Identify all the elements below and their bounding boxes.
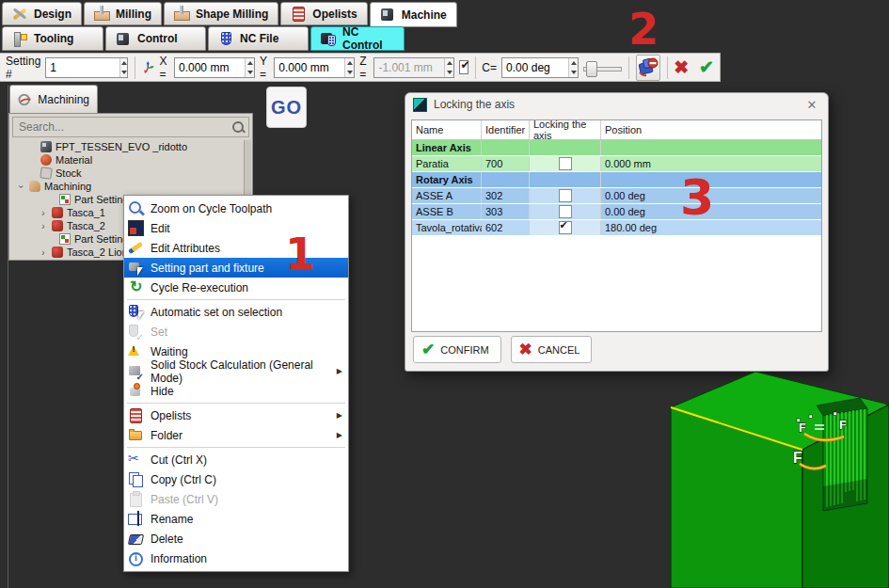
confirm-button[interactable]: ✔CONFIRM	[413, 336, 501, 363]
folder-icon	[128, 427, 144, 443]
tab-control[interactable]: Control	[105, 26, 206, 51]
table-row-asse-b[interactable]: ASSE B 303 0.00 deg	[412, 204, 821, 220]
tab-machining-panel[interactable]: Machining	[9, 85, 98, 114]
table-row-paratia[interactable]: Paratia 700 0.000 mm	[412, 156, 821, 172]
cell-name: ASSE B	[412, 204, 482, 219]
table-row-linear-axis[interactable]: Linear Axis	[412, 140, 821, 156]
info-icon	[128, 550, 144, 566]
lock-checkbox[interactable]	[559, 221, 572, 234]
toolbar-separator	[475, 56, 476, 79]
viewport-3d[interactable]: F F F	[659, 372, 889, 588]
menu-item-copy[interactable]: Copy (Ctrl C)	[124, 469, 348, 489]
setting-number-input[interactable]	[46, 58, 119, 77]
z-lock-checkbox[interactable]	[459, 60, 468, 74]
frame-label-f: F	[799, 421, 806, 435]
lock-checkbox[interactable]	[559, 205, 572, 218]
machining-icon	[29, 181, 40, 192]
z-input[interactable]	[374, 58, 444, 77]
cell-identifier: 302	[482, 188, 530, 203]
frame-label-f: F	[839, 418, 847, 432]
tab-design[interactable]: Design	[2, 2, 82, 25]
machine-icon	[380, 7, 396, 23]
toolbar-cancel-icon[interactable]: ✖	[674, 58, 689, 76]
axis-origin-icon[interactable]	[142, 56, 155, 78]
menu-item-automatic-set-on-selection[interactable]: Automatic set on selection	[124, 302, 348, 322]
tab-nc-control[interactable]: NC Control	[310, 26, 405, 51]
tree-item-project[interactable]: FPT_TESSEN_EVO _ridotto	[10, 140, 245, 153]
tree-item-material[interactable]: Material	[10, 153, 245, 167]
spinner[interactable]	[444, 58, 453, 77]
machining-tab-icon	[18, 92, 32, 107]
annotation-step-2: 2	[628, 8, 659, 51]
spinner-up-button[interactable]	[569, 58, 578, 68]
spinner-down-button[interactable]	[345, 68, 354, 77]
cell-position	[601, 140, 821, 155]
lock-axis-button[interactable]	[636, 55, 660, 81]
tree-item-stock[interactable]: Stock	[10, 167, 245, 180]
tab-nc-file[interactable]: NC File	[208, 26, 309, 51]
table-row-asse-a[interactable]: ASSE A 302 0.00 deg	[412, 188, 821, 204]
chevron-right-icon[interactable]: ›	[39, 247, 48, 258]
spinner[interactable]	[119, 58, 127, 77]
column-header-locking[interactable]: Locking the axis	[530, 120, 601, 139]
menu-item-set[interactable]: Set	[124, 322, 348, 342]
close-icon[interactable]: ✕	[803, 98, 820, 112]
c-input[interactable]	[502, 58, 568, 77]
spinner-up-button[interactable]	[120, 58, 127, 68]
chevron-down-icon[interactable]: ›	[16, 182, 26, 191]
tab-opelists[interactable]: Opelists	[280, 2, 367, 25]
menu-item-paste[interactable]: Paste (Ctrl V)	[124, 489, 348, 509]
menu-item-cycle-re-execution[interactable]: Cycle Re-execution	[124, 278, 348, 297]
column-header-position[interactable]: Position	[601, 120, 821, 139]
solid-stock-icon	[128, 363, 144, 379]
cancel-button[interactable]: ✖CANCEL	[511, 336, 593, 363]
table-row-rotary-axis[interactable]: Rotary Axis	[412, 172, 821, 188]
y-input[interactable]	[275, 58, 344, 77]
spinner-up-button[interactable]	[246, 58, 254, 68]
y-field	[274, 57, 355, 78]
lock-axis-icon	[637, 57, 659, 78]
shield-check-icon	[128, 324, 144, 340]
spinner[interactable]	[245, 58, 254, 77]
spinner-down-button[interactable]	[120, 68, 127, 77]
lock-checkbox[interactable]	[559, 189, 572, 202]
spinner[interactable]	[568, 58, 578, 77]
lock-checkbox[interactable]	[559, 157, 572, 170]
go-label: GO	[271, 97, 302, 119]
app-window: { "ribbon": { "row1": [ {"label": "Desig…	[0, 0, 889, 588]
tab-machine[interactable]: Machine	[370, 2, 457, 27]
pocket-icon	[52, 246, 63, 258]
chevron-right-icon[interactable]: ›	[39, 208, 48, 218]
spinner-down-button[interactable]	[445, 68, 453, 77]
menu-item-zoom-on-cycle-toolpath[interactable]: Zoom on Cycle Toolpath	[124, 199, 348, 218]
x-input[interactable]	[175, 58, 245, 77]
dialog-title-bar[interactable]: Locking the axis ✕	[405, 93, 828, 116]
slider-thumb[interactable]	[586, 61, 597, 77]
column-header-name[interactable]: Name	[412, 120, 482, 139]
spinner-up-button[interactable]	[445, 58, 453, 68]
spinner-down-button[interactable]	[569, 68, 578, 77]
menu-item-cut[interactable]: Cut (Ctrl X)	[124, 450, 348, 469]
menu-item-rename[interactable]: Rename	[124, 509, 348, 529]
menu-item-folder[interactable]: Folder▶	[124, 425, 348, 445]
table-row-tavola-rotativa[interactable]: Tavola_rotativa 602 180.00 deg	[412, 220, 821, 236]
spinner-up-button[interactable]	[345, 58, 354, 68]
spinner[interactable]	[344, 58, 354, 77]
toolbar-confirm-icon[interactable]: ✔	[699, 58, 714, 76]
spinner-down-button[interactable]	[246, 68, 254, 77]
toolbar-separator	[628, 56, 629, 79]
tree-item-machining[interactable]: ›Machining	[10, 180, 245, 193]
column-header-identifier[interactable]: Identifier	[482, 120, 530, 139]
c-angle-slider[interactable]	[583, 59, 622, 76]
menu-item-label: Copy (Ctrl C)	[151, 473, 216, 486]
chevron-right-icon[interactable]: ›	[39, 221, 48, 231]
search-input[interactable]	[17, 119, 231, 135]
tab-shape-milling[interactable]: Shape Milling	[164, 2, 278, 25]
tab-milling[interactable]: Milling	[84, 2, 162, 25]
menu-item-opelists[interactable]: Opelists▶	[124, 405, 348, 425]
tab-tooling[interactable]: Tooling	[2, 26, 103, 51]
menu-item-delete[interactable]: Delete	[124, 529, 348, 548]
menu-item-information[interactable]: Information	[124, 548, 348, 568]
menu-item-solid-stock-calculation[interactable]: Solid Stock Calculation (General Mode)▶	[124, 361, 348, 381]
go-button[interactable]: GO	[266, 87, 307, 128]
